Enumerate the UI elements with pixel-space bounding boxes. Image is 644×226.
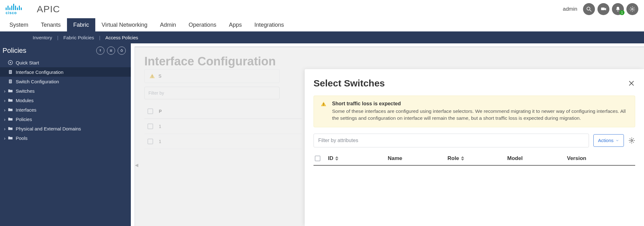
svg-line-1 [590,10,591,12]
play-icon [8,60,13,65]
sort-icon[interactable] [461,156,464,161]
tree-label: Modules [16,98,34,103]
select-switches-modal: Select Switches Short traffic loss is ex… [305,69,644,226]
actions-label: Actions [598,138,613,143]
select-all-checkbox[interactable] [315,156,320,161]
svg-rect-20 [323,105,324,106]
svg-rect-9 [9,72,11,72]
folder-icon [8,135,13,141]
tree-pools[interactable]: › Pools [0,133,131,143]
alert-body: Some of these interfaces are configured … [332,108,629,122]
chevron-right-icon[interactable]: › [3,88,7,94]
svg-point-0 [587,7,590,10]
column-model[interactable]: Model [507,155,567,162]
sidebar: Policies Quick Start Interface Configura… [0,43,131,226]
tree-label: Switch Configuration [16,79,59,84]
divider: | [98,35,101,40]
sidebar-tool-1-icon[interactable] [96,47,104,55]
column-name[interactable]: Name [388,155,447,162]
tab-admin[interactable]: Admin [154,18,182,31]
folder-icon [8,88,13,94]
tab-virtual-networking[interactable]: Virtual Networking [95,18,154,31]
tree-switches[interactable]: › Switches [0,86,131,96]
document-icon [8,79,13,84]
chevron-right-icon[interactable]: › [3,135,7,141]
nav-tree: Quick Start Interface Configuration Swit… [0,57,131,143]
svg-rect-12 [9,80,11,80]
svg-point-4 [632,8,633,10]
tree-interface-configuration[interactable]: Interface Configuration [0,67,131,77]
tree-quick-start[interactable]: Quick Start [0,58,131,67]
tree-policies[interactable]: › Policies [0,114,131,124]
column-id[interactable]: ID [328,155,388,162]
tab-operations[interactable]: Operations [182,18,223,31]
tree-label: Pools [16,135,28,141]
tab-apps[interactable]: Apps [223,18,248,31]
chevron-right-icon[interactable]: › [3,107,7,113]
tree-label: Quick Start [16,60,39,65]
tree-label: Interface Configuration [16,69,64,75]
top-bar: cisco APIC admin 1 [0,0,644,18]
tree-modules[interactable]: › Modules [0,96,131,105]
svg-rect-19 [323,103,324,105]
chevron-right-icon[interactable]: › [3,117,7,122]
folder-icon [8,97,13,103]
document-icon [8,69,13,75]
subnav-inventory[interactable]: Inventory [28,35,57,40]
actions-button[interactable]: Actions [593,134,624,147]
filter-input[interactable] [314,134,589,147]
svg-rect-14 [9,82,11,82]
app-title: APIC [37,4,60,14]
svg-point-5 [121,50,123,52]
search-icon[interactable] [583,3,595,15]
svg-rect-2 [601,8,605,10]
vendor-logo: cisco [6,3,22,15]
tree-label: Interfaces [16,107,36,113]
current-user-label[interactable]: admin [563,6,577,12]
tree-label: Physical and External Domains [16,126,81,131]
chevron-right-icon[interactable]: › [3,98,7,103]
sidebar-tool-3-icon[interactable] [118,47,126,55]
folder-icon [8,116,13,122]
tree-label: Policies [16,117,32,122]
primary-nav: System Tenants Fabric Virtual Networking… [0,18,644,31]
svg-rect-8 [9,71,11,71]
tree-physical-external-domains[interactable]: › Physical and External Domains [0,124,131,133]
table-header-row: ID Name Role Model Version [314,152,635,166]
sort-icon[interactable] [335,156,338,161]
notification-badge: 1 [619,10,625,15]
table-settings-gear-icon[interactable] [628,137,635,144]
svg-rect-10 [9,73,11,73]
secondary-nav: Inventory | Fabric Policies | Access Pol… [0,31,644,43]
close-icon[interactable] [628,80,635,87]
svg-point-3 [617,10,618,11]
tree-label: Switches [16,88,35,94]
tab-tenants[interactable]: Tenants [35,18,67,31]
svg-point-21 [631,140,633,141]
folder-icon [8,107,13,113]
warning-triangle-icon [320,101,327,107]
subnav-access-policies[interactable]: Access Policies [101,35,142,40]
column-version[interactable]: Version [567,155,617,162]
tree-switch-configuration[interactable]: Switch Configuration [0,77,131,86]
settings-gear-icon[interactable] [626,3,638,15]
sidebar-tool-2-icon[interactable] [107,47,115,55]
folder-icon [8,126,13,131]
tab-system[interactable]: System [3,18,35,31]
divider: | [57,35,59,40]
column-role[interactable]: Role [447,155,507,162]
tab-integrations[interactable]: Integrations [248,18,290,31]
tree-interfaces[interactable]: › Interfaces [0,105,131,114]
main-panel: ◀ Interface Configuration S Filter by P … [135,47,644,226]
warning-alert: Short traffic loss is expected Some of t… [314,96,635,127]
modal-title: Select Switches [314,78,385,89]
feedback-icon[interactable] [597,3,609,15]
subnav-fabric-policies[interactable]: Fabric Policies [59,35,99,40]
svg-rect-13 [9,81,11,81]
sidebar-title: Policies [3,47,26,55]
notifications-icon[interactable]: 1 [612,3,624,15]
tab-fabric[interactable]: Fabric [67,18,95,31]
vendor-word: cisco [6,11,22,15]
chevron-right-icon[interactable]: › [3,126,7,131]
alert-title: Short traffic loss is expected [332,101,401,106]
